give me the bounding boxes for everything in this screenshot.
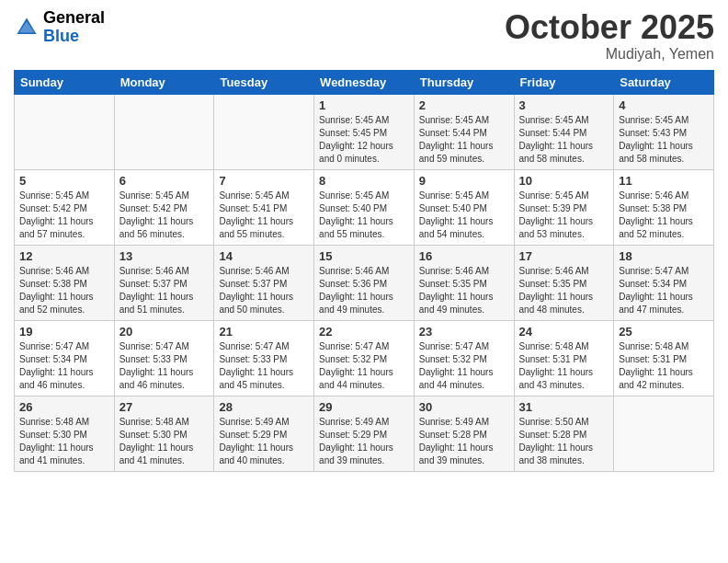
calendar-cell: 30Sunrise: 5:49 AMSunset: 5:28 PMDayligh… (414, 396, 514, 471)
day-info: Sunrise: 5:46 AMSunset: 5:37 PMDaylight:… (119, 265, 210, 316)
calendar-cell: 5Sunrise: 5:45 AMSunset: 5:42 PMDaylight… (15, 169, 115, 245)
logo-general: General (43, 8, 105, 27)
day-number: 17 (519, 249, 609, 263)
day-number: 26 (19, 400, 109, 414)
calendar-cell: 20Sunrise: 5:47 AMSunset: 5:33 PMDayligh… (114, 320, 214, 396)
calendar-cell: 10Sunrise: 5:45 AMSunset: 5:39 PMDayligh… (514, 169, 614, 245)
day-number: 21 (219, 325, 309, 339)
day-number: 9 (419, 174, 509, 188)
day-number: 29 (319, 400, 409, 414)
day-info: Sunrise: 5:47 AMSunset: 5:33 PMDaylight:… (119, 340, 210, 392)
day-number: 6 (119, 174, 210, 188)
header-row: Sunday Monday Tuesday Wednesday Thursday… (15, 70, 714, 94)
day-number: 16 (419, 249, 509, 263)
day-info: Sunrise: 5:46 AMSunset: 5:36 PMDaylight:… (319, 265, 409, 316)
day-info: Sunrise: 5:49 AMSunset: 5:29 PMDaylight:… (319, 416, 409, 467)
day-number: 31 (519, 400, 609, 414)
col-saturday: Saturday (614, 70, 714, 94)
day-number: 3 (519, 98, 609, 112)
title-block: October 2025 Mudiyah, Yemen (505, 9, 714, 63)
day-info: Sunrise: 5:48 AMSunset: 5:31 PMDaylight:… (619, 340, 709, 392)
calendar-cell: 16Sunrise: 5:46 AMSunset: 5:35 PMDayligh… (414, 245, 514, 320)
day-number: 18 (619, 249, 709, 263)
day-info: Sunrise: 5:45 AMSunset: 5:39 PMDaylight:… (519, 190, 609, 241)
calendar-cell: 19Sunrise: 5:47 AMSunset: 5:34 PMDayligh… (15, 320, 115, 396)
day-number: 23 (419, 325, 509, 339)
day-info: Sunrise: 5:46 AMSunset: 5:37 PMDaylight:… (219, 265, 309, 316)
location-subtitle: Mudiyah, Yemen (505, 46, 714, 63)
logo-icon (14, 15, 40, 40)
col-tuesday: Tuesday (214, 70, 314, 94)
day-info: Sunrise: 5:46 AMSunset: 5:38 PMDaylight:… (619, 190, 709, 241)
day-info: Sunrise: 5:48 AMSunset: 5:30 PMDaylight:… (19, 416, 109, 467)
day-number: 27 (119, 400, 210, 414)
day-number: 13 (119, 249, 210, 263)
calendar-week-1: 1Sunrise: 5:45 AMSunset: 5:45 PMDaylight… (15, 94, 714, 169)
day-info: Sunrise: 5:46 AMSunset: 5:35 PMDaylight:… (519, 265, 609, 316)
day-number: 5 (19, 174, 109, 188)
day-number: 25 (619, 325, 709, 339)
calendar-cell: 11Sunrise: 5:46 AMSunset: 5:38 PMDayligh… (614, 169, 714, 245)
day-number: 8 (319, 174, 409, 188)
calendar-cell: 1Sunrise: 5:45 AMSunset: 5:45 PMDaylight… (314, 94, 415, 169)
calendar-cell: 2Sunrise: 5:45 AMSunset: 5:44 PMDaylight… (414, 94, 514, 169)
day-info: Sunrise: 5:45 AMSunset: 5:43 PMDaylight:… (619, 114, 709, 166)
calendar-cell: 3Sunrise: 5:45 AMSunset: 5:44 PMDaylight… (514, 94, 614, 169)
calendar-cell: 18Sunrise: 5:47 AMSunset: 5:34 PMDayligh… (614, 245, 714, 320)
day-info: Sunrise: 5:47 AMSunset: 5:34 PMDaylight:… (19, 340, 109, 392)
day-info: Sunrise: 5:50 AMSunset: 5:28 PMDaylight:… (519, 416, 609, 467)
day-info: Sunrise: 5:47 AMSunset: 5:33 PMDaylight:… (219, 340, 309, 392)
calendar-cell: 28Sunrise: 5:49 AMSunset: 5:29 PMDayligh… (214, 396, 314, 471)
col-sunday: Sunday (15, 70, 115, 94)
calendar-cell (114, 94, 214, 169)
calendar-week-3: 12Sunrise: 5:46 AMSunset: 5:38 PMDayligh… (15, 245, 714, 320)
day-number: 11 (619, 174, 709, 188)
calendar-cell: 27Sunrise: 5:48 AMSunset: 5:30 PMDayligh… (114, 396, 214, 471)
day-info: Sunrise: 5:45 AMSunset: 5:44 PMDaylight:… (419, 114, 509, 166)
calendar-week-4: 19Sunrise: 5:47 AMSunset: 5:34 PMDayligh… (15, 320, 714, 396)
calendar-cell: 13Sunrise: 5:46 AMSunset: 5:37 PMDayligh… (114, 245, 214, 320)
day-info: Sunrise: 5:49 AMSunset: 5:29 PMDaylight:… (219, 416, 309, 467)
calendar-cell: 6Sunrise: 5:45 AMSunset: 5:42 PMDaylight… (114, 169, 214, 245)
calendar-cell: 15Sunrise: 5:46 AMSunset: 5:36 PMDayligh… (314, 245, 415, 320)
day-info: Sunrise: 5:45 AMSunset: 5:45 PMDaylight:… (319, 114, 409, 166)
calendar-cell: 22Sunrise: 5:47 AMSunset: 5:32 PMDayligh… (314, 320, 415, 396)
calendar-week-5: 26Sunrise: 5:48 AMSunset: 5:30 PMDayligh… (15, 396, 714, 471)
calendar-cell: 23Sunrise: 5:47 AMSunset: 5:32 PMDayligh… (414, 320, 514, 396)
calendar-cell: 9Sunrise: 5:45 AMSunset: 5:40 PMDaylight… (414, 169, 514, 245)
day-number: 22 (319, 325, 409, 339)
calendar-cell: 31Sunrise: 5:50 AMSunset: 5:28 PMDayligh… (514, 396, 614, 471)
day-info: Sunrise: 5:47 AMSunset: 5:34 PMDaylight:… (619, 265, 709, 316)
day-number: 14 (219, 249, 309, 263)
col-monday: Monday (114, 70, 214, 94)
day-info: Sunrise: 5:46 AMSunset: 5:35 PMDaylight:… (419, 265, 509, 316)
calendar-table: Sunday Monday Tuesday Wednesday Thursday… (14, 70, 714, 472)
calendar-cell: 7Sunrise: 5:45 AMSunset: 5:41 PMDaylight… (214, 169, 314, 245)
calendar-cell: 17Sunrise: 5:46 AMSunset: 5:35 PMDayligh… (514, 245, 614, 320)
day-number: 4 (619, 98, 709, 112)
day-info: Sunrise: 5:46 AMSunset: 5:38 PMDaylight:… (19, 265, 109, 316)
calendar-cell: 14Sunrise: 5:46 AMSunset: 5:37 PMDayligh… (214, 245, 314, 320)
day-number: 1 (319, 98, 409, 112)
day-number: 10 (519, 174, 609, 188)
day-info: Sunrise: 5:47 AMSunset: 5:32 PMDaylight:… (419, 340, 509, 392)
day-number: 30 (419, 400, 509, 414)
day-info: Sunrise: 5:45 AMSunset: 5:41 PMDaylight:… (219, 190, 309, 241)
header: General Blue October 2025 Mudiyah, Yemen (14, 9, 714, 63)
day-info: Sunrise: 5:47 AMSunset: 5:32 PMDaylight:… (319, 340, 409, 392)
day-number: 19 (19, 325, 109, 339)
col-wednesday: Wednesday (314, 70, 415, 94)
day-info: Sunrise: 5:45 AMSunset: 5:42 PMDaylight:… (119, 190, 210, 241)
calendar-week-2: 5Sunrise: 5:45 AMSunset: 5:42 PMDaylight… (15, 169, 714, 245)
logo-blue: Blue (43, 27, 79, 45)
month-title: October 2025 (505, 9, 714, 46)
calendar-cell: 24Sunrise: 5:48 AMSunset: 5:31 PMDayligh… (514, 320, 614, 396)
calendar-cell (214, 94, 314, 169)
day-number: 7 (219, 174, 309, 188)
calendar-cell: 8Sunrise: 5:45 AMSunset: 5:40 PMDaylight… (314, 169, 415, 245)
calendar-cell (614, 396, 714, 471)
calendar-cell: 26Sunrise: 5:48 AMSunset: 5:30 PMDayligh… (15, 396, 115, 471)
day-number: 12 (19, 249, 109, 263)
logo-text: General Blue (43, 9, 105, 46)
calendar-cell: 25Sunrise: 5:48 AMSunset: 5:31 PMDayligh… (614, 320, 714, 396)
